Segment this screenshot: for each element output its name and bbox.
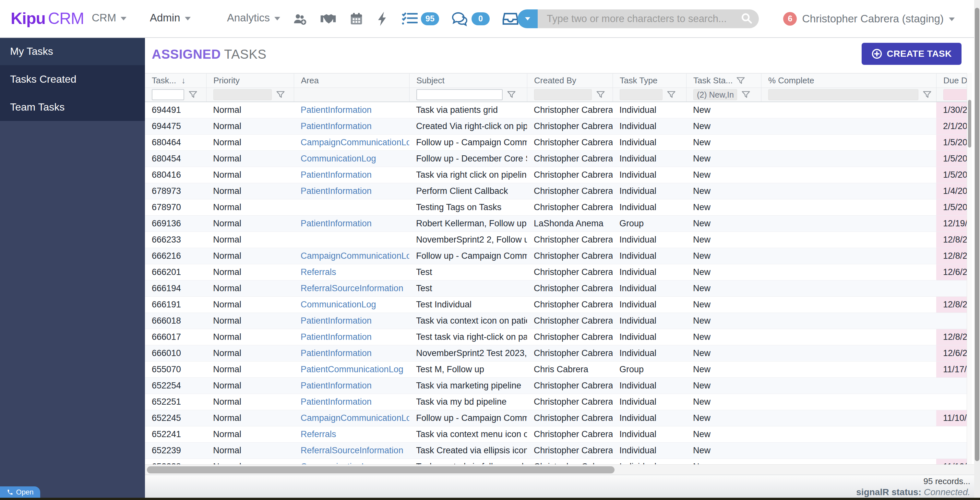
phone-open-button[interactable]: Open: [0, 486, 40, 498]
table-row[interactable]: 678970NormalTesting Tags on TasksChristo…: [145, 199, 972, 216]
cell-area[interactable]: Referrals: [294, 264, 409, 280]
page-vertical-scrollbar[interactable]: [974, 0, 980, 500]
table-row[interactable]: 666010NormalPatientInformationNovemberSp…: [145, 346, 972, 361]
table-row[interactable]: 666216NormalCampaignCommunicationLogFoll…: [145, 248, 972, 264]
filter-funnel-icon[interactable]: [276, 91, 285, 99]
cell-area[interactable]: PatientInformation: [294, 167, 409, 183]
filter-input-pct_complete[interactable]: [768, 89, 918, 100]
filter-input-task_status[interactable]: [693, 89, 737, 100]
cell-area[interactable]: PatientInformation: [294, 216, 409, 231]
lightning-icon[interactable]: [376, 11, 389, 27]
filter-cell-subject: [409, 88, 527, 102]
table-row[interactable]: 694475NormalPatientInformationCreated Vi…: [145, 118, 972, 135]
cell-area[interactable]: PatientCommunicationLog: [294, 361, 409, 377]
cell-task_type: Individual: [612, 443, 686, 459]
page-vertical-scrollbar-thumb[interactable]: [975, 8, 979, 461]
column-header-pct_complete[interactable]: % Complete: [761, 73, 936, 88]
column-header-created_by[interactable]: Created By: [527, 73, 612, 88]
filter-funnel-icon[interactable]: [741, 91, 750, 99]
cell-priority: Normal: [206, 102, 294, 118]
add-contact-icon[interactable]: [292, 12, 307, 26]
filter-funnel-icon[interactable]: [189, 91, 197, 99]
cell-area[interactable]: PatientInformation: [294, 346, 409, 361]
kipu-crm-logo[interactable]: KipuCRM: [11, 9, 84, 28]
table-row[interactable]: 652245NormalCampaignCommunicationLogFoll…: [145, 410, 972, 427]
table-row[interactable]: 666194NormalReferralSourceInformationTes…: [145, 280, 972, 297]
search-scope-dropdown[interactable]: [517, 10, 538, 28]
menu-admin[interactable]: Admin: [150, 12, 191, 24]
filter-funnel-icon[interactable]: [923, 91, 931, 99]
menu-analytics[interactable]: Analytics: [227, 12, 280, 24]
table-row[interactable]: 666018NormalPatientInformationTask via c…: [145, 313, 972, 329]
cell-area[interactable]: CommunicationLog: [294, 151, 409, 167]
filter-input-subject[interactable]: [417, 89, 503, 100]
cell-area[interactable]: Referrals: [294, 427, 409, 442]
grid-horizontal-scrollbar[interactable]: [145, 464, 980, 475]
search-icon[interactable]: [741, 12, 752, 25]
cell-area[interactable]: PatientInformation: [294, 183, 409, 199]
cell-area[interactable]: PatientInformation: [294, 329, 409, 345]
cell-area[interactable]: CampaignCommunicationLog: [294, 248, 409, 264]
grid-vertical-scrollbar-thumb[interactable]: [968, 100, 971, 148]
sidebar-item-my-tasks[interactable]: My Tasks: [0, 37, 145, 65]
cell-area[interactable]: PatientInformation: [294, 394, 409, 410]
column-header-label: Subject: [417, 76, 445, 86]
table-row[interactable]: 678973NormalPatientInformationPerform Cl…: [145, 183, 972, 199]
table-row[interactable]: 666201NormalReferralsTestChristopher Cab…: [145, 264, 972, 280]
sidebar-item-team-tasks[interactable]: Team Tasks: [0, 93, 145, 121]
chat-icon[interactable]: 0: [452, 11, 490, 26]
handshake-icon[interactable]: [320, 12, 337, 26]
column-header-task_status[interactable]: Task Sta...: [686, 73, 761, 88]
table-row[interactable]: 669136NormalPatientInformationRobert Kel…: [145, 216, 972, 232]
table-row[interactable]: 666191NormalCommunicationLogTest Individ…: [145, 297, 972, 313]
filter-input-id[interactable]: [152, 89, 184, 100]
table-row[interactable]: 652239NormalReferralSourceInformationTas…: [145, 443, 972, 459]
cell-area[interactable]: CommunicationLog: [294, 459, 409, 464]
cell-area[interactable]: ReferralSourceInformation: [294, 280, 409, 296]
column-header-id[interactable]: Task...↓: [145, 73, 206, 88]
table-row[interactable]: 652241NormalReferralsTask via context me…: [145, 427, 972, 443]
grid-vertical-scrollbar[interactable]: [967, 73, 972, 464]
filter-funnel-icon[interactable]: [667, 91, 676, 99]
table-row[interactable]: 680464NormalCampaignCommunicationLogFoll…: [145, 135, 972, 151]
sidebar-item-tasks-created[interactable]: Tasks Created: [0, 65, 145, 93]
filter-input-task_type[interactable]: [620, 89, 662, 100]
table-row[interactable]: 694491NormalPatientInformationTask via p…: [145, 102, 972, 118]
user-menu[interactable]: 6 Christopher Cabrera (staging): [783, 0, 955, 37]
table-row[interactable]: 652251NormalPatientInformationTask via m…: [145, 394, 972, 410]
tasks-checklist-icon[interactable]: 95: [401, 12, 439, 26]
grid-horizontal-scrollbar-thumb[interactable]: [147, 466, 614, 473]
filter-funnel-icon[interactable]: [737, 77, 745, 84]
table-row[interactable]: 652254NormalPatientInformationTask via m…: [145, 378, 972, 394]
column-header-subject[interactable]: Subject: [409, 73, 527, 88]
filter-funnel-icon[interactable]: [597, 91, 605, 99]
calendar-icon[interactable]: [349, 11, 364, 26]
cell-area[interactable]: PatientInformation: [294, 118, 409, 134]
filter-funnel-icon[interactable]: [507, 91, 515, 99]
cell-area[interactable]: CampaignCommunicationLog: [294, 135, 409, 150]
table-row[interactable]: 680416NormalPatientInformationTask via r…: [145, 167, 972, 183]
table-row[interactable]: 666233NormalNovemberSprint2 2, Follow up…: [145, 232, 972, 248]
signalr-status-label: signalR status:: [856, 487, 921, 497]
cell-task_status: New: [686, 280, 761, 296]
cell-area[interactable]: ReferralSourceInformation: [294, 443, 409, 459]
column-header-priority[interactable]: Priority: [206, 73, 294, 88]
cell-task_type: Individual: [612, 280, 686, 296]
cell-area[interactable]: PatientInformation: [294, 378, 409, 393]
cell-area[interactable]: CommunicationLog: [294, 297, 409, 312]
cell-task_status: New: [686, 199, 761, 215]
cell-area[interactable]: PatientInformation: [294, 102, 409, 118]
column-header-task_type[interactable]: Task Type: [612, 73, 686, 88]
table-row[interactable]: 666017NormalPatientInformationTest task …: [145, 329, 972, 346]
cell-area[interactable]: PatientInformation: [294, 313, 409, 329]
create-task-button[interactable]: CREATE TASK: [862, 43, 961, 65]
filter-input-created_by[interactable]: [534, 89, 592, 100]
search-input[interactable]: [538, 13, 741, 25]
column-header-area[interactable]: Area: [294, 73, 409, 88]
table-row[interactable]: 652238NormalCommunicationLogTask created…: [145, 459, 972, 464]
menu-crm[interactable]: CRM: [92, 12, 126, 24]
cell-area[interactable]: CampaignCommunicationLog: [294, 410, 409, 426]
filter-input-priority[interactable]: [213, 89, 272, 100]
table-row[interactable]: 680454NormalCommunicationLogFollow up - …: [145, 151, 972, 167]
table-row[interactable]: 655070NormalPatientCommunicationLogTest …: [145, 361, 972, 378]
